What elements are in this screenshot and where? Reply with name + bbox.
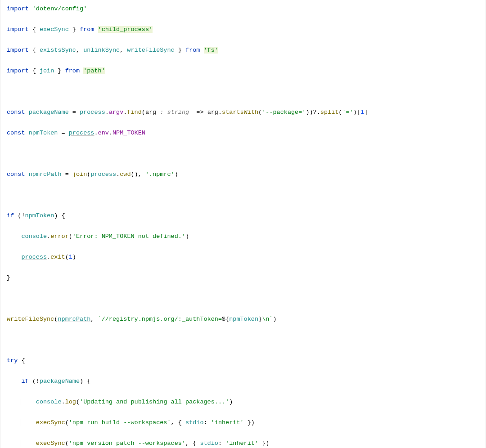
str-path: 'path'	[83, 67, 105, 74]
str-fs: 'fs'	[204, 47, 218, 54]
code-block[interactable]: import 'dotenv/config' import { execSync…	[7, 4, 479, 448]
str-child-process: 'child_process'	[98, 26, 153, 33]
var-packageName: packageName	[29, 109, 69, 116]
var-npmToken: npmToken	[29, 130, 58, 136]
kw-import: import	[7, 5, 29, 12]
var-npmrcPath: npmrcPath	[29, 171, 62, 178]
str-dotenv: 'dotenv/config'	[32, 5, 87, 12]
code-editor: import 'dotenv/config' import { execSync…	[0, 0, 486, 448]
